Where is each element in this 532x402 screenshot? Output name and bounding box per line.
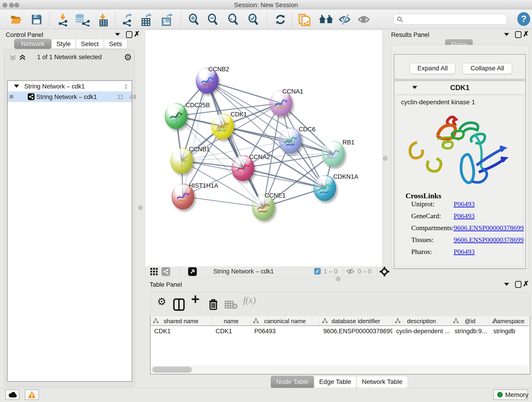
tab-node-table[interactable]: Node Table	[271, 376, 314, 388]
copy-style-icon[interactable]	[298, 13, 312, 26]
export-network-icon[interactable]	[121, 13, 133, 26]
table-panel-close-icon[interactable]: ✗	[523, 281, 529, 287]
control-panel-close-icon[interactable]: ✗	[134, 31, 140, 37]
node-label-ccnb1: CCNB1	[189, 146, 210, 153]
network-edge[interactable]	[183, 196, 263, 207]
fit-content-crosshair-icon[interactable]	[380, 267, 389, 277]
table-cell[interactable]: cyclin-dependent ...	[393, 326, 451, 336]
crosslink-link[interactable]: P06493	[454, 212, 475, 220]
open-session-icon[interactable]	[10, 13, 22, 26]
left-splitter-handle[interactable]	[138, 205, 143, 210]
memory-button[interactable]: Memory	[493, 389, 528, 400]
network-row-selected[interactable]: String Network – cdk1 11 48	[7, 91, 132, 102]
node-table[interactable]: shared namename canonical name database …	[150, 316, 530, 375]
help-button[interactable]: ?	[517, 12, 530, 26]
table-panel-menu-icon[interactable]	[504, 283, 509, 286]
first-neighbors-icon[interactable]	[318, 13, 334, 26]
import-table-icon[interactable]	[97, 13, 109, 26]
node-result-header[interactable]: CDK1	[394, 81, 525, 95]
shared-column-icon	[492, 318, 498, 324]
table-cell[interactable]: 9606.ENSP00000378699	[320, 326, 393, 336]
network-view-canvas[interactable]: CCNB2 CCNA1 CDC25B CDK1 CDC6 RB1CCNB1 CC…	[145, 30, 383, 267]
tab-network[interactable]: Network	[14, 39, 51, 49]
zoom-selected-icon[interactable]	[247, 13, 259, 26]
column-header-database-identifier[interactable]: database identifier	[320, 316, 393, 325]
network-edge[interactable]	[222, 126, 333, 153]
crosslink-link[interactable]: 9606.ENSP00000378699	[454, 224, 524, 232]
table-cell[interactable]: stringdb:9...	[451, 326, 490, 336]
network-edge[interactable]	[183, 81, 207, 196]
refresh-icon[interactable]	[274, 13, 286, 26]
control-panel-menu-icon[interactable]	[115, 33, 120, 36]
function-builder-icon[interactable]: f(x)	[243, 295, 256, 306]
expand-all-button[interactable]: Expand All	[410, 63, 455, 74]
crosslink-link[interactable]: 9606.ENSP00000378699	[454, 236, 524, 244]
selected-checkbox-icon[interactable]: ✓	[314, 268, 321, 274]
delete-column-trash-icon[interactable]	[208, 298, 219, 312]
tab-network-table[interactable]: Network Table	[356, 376, 408, 388]
network-node-cdc25b[interactable]	[165, 103, 187, 129]
column-header-canonical-name[interactable]: canonical name	[251, 316, 320, 325]
network-node-cdc6[interactable]	[279, 128, 302, 153]
zoom-fit-icon[interactable]	[227, 13, 239, 26]
status-bar: Memory	[0, 388, 532, 402]
network-type-badge-icon[interactable]	[162, 267, 170, 276]
results-panel-float-icon[interactable]	[515, 31, 521, 38]
birds-eye-view-icon[interactable]	[150, 268, 158, 276]
network-collection-row[interactable]: String Network – cdk1 1	[7, 81, 132, 91]
show-all-eye-icon[interactable]	[358, 13, 370, 26]
table-cell[interactable]: CDK1	[212, 326, 251, 336]
results-panel-menu-icon[interactable]	[504, 33, 509, 36]
tab-edge-table[interactable]: Edge Table	[314, 376, 356, 388]
network-options-gear-icon[interactable]: ⚙	[124, 52, 132, 62]
network-node-rb1[interactable]	[322, 140, 345, 167]
search-input[interactable]	[394, 14, 507, 25]
table-cell[interactable]: P06493	[251, 326, 320, 336]
export-image-icon[interactable]	[160, 13, 172, 26]
open-in-new-window-icon[interactable]	[188, 267, 197, 276]
crosslink-link[interactable]: P06493	[454, 200, 475, 208]
create-column-icon[interactable]: +	[191, 291, 200, 307]
right-splitter-handle[interactable]	[383, 156, 387, 161]
save-session-icon[interactable]	[31, 13, 43, 26]
table-panel-float-icon[interactable]	[515, 281, 521, 288]
title-bar: Session: New Session	[0, 0, 532, 9]
export-table-icon[interactable]	[140, 13, 152, 26]
horizontal-scrollbar[interactable]	[151, 365, 529, 374]
hide-selected-eye-slash-icon[interactable]	[339, 13, 351, 26]
column-header--id[interactable]: @id	[451, 316, 489, 325]
delete-table-icon[interactable]	[225, 300, 238, 310]
table-cell[interactable]: stringdb	[490, 326, 529, 336]
column-header-name[interactable]: name	[212, 316, 251, 325]
scrollbar-thumb[interactable]	[152, 367, 192, 373]
tab-select[interactable]: Select	[76, 39, 104, 49]
collapse-all-button[interactable]: Collapse All	[462, 63, 512, 74]
column-header-namespace[interactable]: namespace	[490, 316, 529, 325]
zoom-in-icon[interactable]	[188, 13, 200, 26]
collection-expand-icon[interactable]	[14, 85, 19, 88]
string-results-container: Expand All Collapse All CDK1 cyclin-depe…	[391, 45, 529, 269]
network-node-cdkn1a[interactable]	[313, 175, 336, 201]
column-header-shared-name[interactable]: shared name	[151, 316, 212, 325]
table-row[interactable]: CDK1CDK1P064939606.ENSP00000378699cyclin…	[151, 326, 529, 336]
import-network-database-icon[interactable]	[74, 13, 90, 26]
import-network-icon[interactable]	[57, 13, 69, 26]
table-options-gear-icon[interactable]: ⚙	[157, 296, 166, 307]
control-panel-float-icon[interactable]	[126, 31, 133, 38]
tab-style[interactable]: Style	[51, 39, 76, 49]
network-status-dot	[9, 95, 13, 99]
selected-node-edge-counts: 1 – 0	[324, 268, 337, 275]
crosslink-link[interactable]: P06493	[454, 248, 475, 255]
cloud-status-button[interactable]	[5, 389, 19, 400]
zoom-out-icon[interactable]	[207, 13, 219, 26]
tab-sets[interactable]: Sets	[104, 39, 127, 49]
main-toolbar: ?	[0, 9, 532, 29]
table-cell[interactable]: CDK1	[151, 326, 212, 336]
warning-status-button[interactable]	[25, 389, 39, 400]
show-columns-icon[interactable]	[173, 298, 185, 312]
results-panel-close-icon[interactable]: ✗	[523, 31, 529, 37]
memory-status-dot	[497, 392, 503, 397]
column-header-description[interactable]: description	[393, 316, 451, 325]
network-type-icon	[28, 93, 35, 100]
footer-separator	[179, 267, 179, 276]
